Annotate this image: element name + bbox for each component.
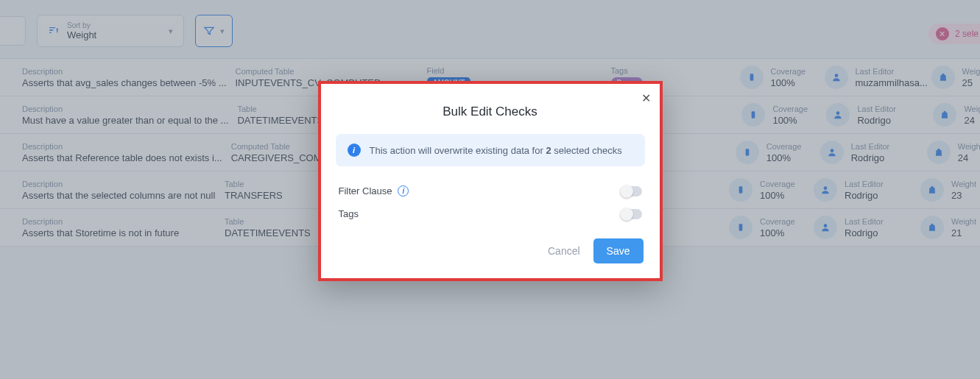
modal-actions: Cancel Save bbox=[321, 225, 660, 278]
save-button[interactable]: Save bbox=[593, 238, 644, 263]
modal-title: Bulk Edit Checks bbox=[321, 84, 660, 134]
modal-close-button[interactable]: ✕ bbox=[641, 91, 651, 105]
tags-label: Tags bbox=[339, 208, 359, 219]
info-icon: i bbox=[348, 144, 361, 157]
cancel-button[interactable]: Cancel bbox=[548, 238, 580, 263]
option-tags: Tags bbox=[321, 202, 660, 225]
filter-clause-label: Filter Clause bbox=[339, 185, 392, 196]
modal-info-text: This action will overwrite existing data… bbox=[370, 145, 622, 156]
tags-toggle[interactable] bbox=[620, 209, 642, 219]
modal-info-bar: i This action will overwrite existing da… bbox=[336, 134, 645, 166]
bulk-edit-modal: ✕ Bulk Edit Checks i This action will ov… bbox=[318, 81, 663, 281]
info-icon[interactable]: i bbox=[398, 185, 409, 196]
filter-clause-toggle[interactable] bbox=[620, 186, 642, 196]
option-filter-clause: Filter Clause i bbox=[321, 180, 660, 202]
